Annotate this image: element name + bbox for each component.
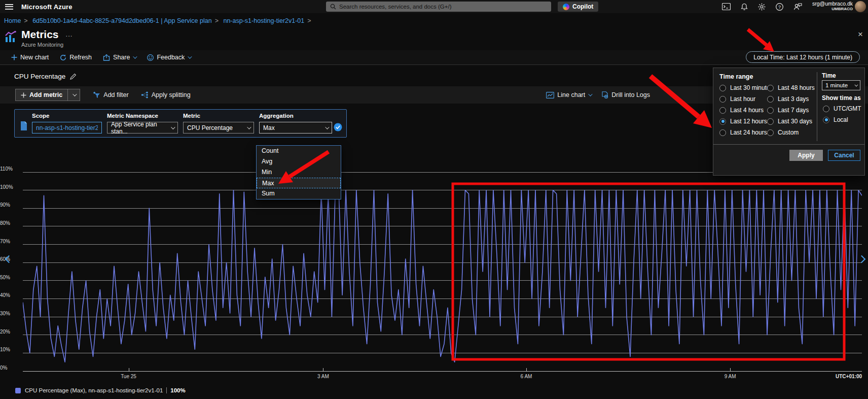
chevron-down-icon xyxy=(171,125,175,129)
apply-button[interactable]: Apply xyxy=(789,150,823,161)
cloud-shell-icon[interactable] xyxy=(722,3,731,10)
time-range-column-1: Last 30 minutesLast hourLast 4 hoursLast… xyxy=(719,82,773,138)
aggregation-label: Aggregation xyxy=(259,113,294,119)
refresh-icon xyxy=(60,54,66,61)
overflow-menu[interactable]: ... xyxy=(66,30,73,38)
namespace-select[interactable]: App Service plan stan... xyxy=(107,122,178,134)
metric-clause: Scope nn-asp-s1-hosting-tier2v1... Metri… xyxy=(14,109,347,138)
time-range-option-last-hour[interactable]: Last hour xyxy=(719,93,773,105)
refresh-button[interactable]: Refresh xyxy=(60,54,92,61)
time-range-title: Time range xyxy=(719,73,753,80)
time-range-panel: Time range Last 30 minutesLast hourLast … xyxy=(713,68,865,176)
x-axis-label-3-am: 3 AM xyxy=(317,374,329,379)
add-metric-dropdown[interactable] xyxy=(67,89,80,101)
radio-icon xyxy=(719,107,726,114)
help-icon[interactable]: ? xyxy=(776,3,783,11)
show-time-as-label: Show time as xyxy=(822,94,861,102)
x-axis-label-tue-25: Tue 25 xyxy=(121,374,136,379)
copilot-button[interactable]: Copilot xyxy=(558,2,598,12)
time-range-option-last-30-days[interactable]: Last 30 days xyxy=(767,116,815,127)
search-icon xyxy=(330,4,336,10)
radio-icon xyxy=(719,118,726,125)
y-axis-label-40: 40% xyxy=(0,292,20,298)
chevron-down-icon xyxy=(854,83,858,86)
check-icon xyxy=(334,123,342,131)
namespace-label: Metric Namespace xyxy=(107,113,158,119)
edit-icon[interactable] xyxy=(69,73,77,80)
chart-plot: 0%10%20%30%40%50%60%70%80%90%100%110%Tue… xyxy=(23,170,862,371)
avatar[interactable] xyxy=(855,1,866,12)
legend-swatch xyxy=(15,388,21,393)
copilot-icon xyxy=(563,4,569,10)
radio-icon xyxy=(719,85,726,91)
y-axis-label-90: 90% xyxy=(0,202,20,208)
radio-icon xyxy=(767,118,774,125)
copilot-label: Copilot xyxy=(572,3,593,10)
smiley-icon xyxy=(147,54,154,61)
time-range-option-last-3-days[interactable]: Last 3 days xyxy=(767,93,815,105)
scope-icon xyxy=(20,121,28,131)
time-range-option-last-12-hours[interactable]: Last 12 hours xyxy=(719,116,773,127)
add-filter-button[interactable]: Add filter xyxy=(92,91,128,98)
aggregation-option-max[interactable]: Max xyxy=(257,178,341,188)
account-info[interactable]: srg@umbraco.dk UMBRACO xyxy=(812,1,853,11)
drill-into-logs-button[interactable]: Drill into Logs xyxy=(601,91,650,98)
breadcrumb-app-service-plan[interactable]: 6d5b10b0-1a4d-4abc-8825-a794d2dbed06-1 |… xyxy=(32,17,212,24)
time-range-option-last-4-hours[interactable]: Last 4 hours xyxy=(719,105,773,116)
chart-legend[interactable]: CPU Percentage (Max), nn-asp-s1-hosting-… xyxy=(15,387,186,393)
close-icon[interactable]: × xyxy=(858,29,863,40)
azure-brand: Microsoft Azure xyxy=(21,3,73,11)
share-icon xyxy=(103,54,110,61)
x-axis-label-6-am: 6 AM xyxy=(521,374,532,379)
time-range-option-last-7-days[interactable]: Last 7 days xyxy=(767,105,815,116)
top-bar: Microsoft Azure Search resources, servic… xyxy=(0,0,868,13)
aggregation-select[interactable]: Max xyxy=(259,122,332,134)
chart-title: CPU Percentage xyxy=(14,73,65,80)
time-range-column-2: Last 48 hoursLast 3 daysLast 7 daysLast … xyxy=(767,82,815,138)
y-axis-label-110: 110% xyxy=(0,166,20,172)
breadcrumb: Home> 6d5b10b0-1a4d-4abc-8825-a794d2dbed… xyxy=(4,17,314,24)
granularity-select[interactable]: 1 minute xyxy=(822,80,860,90)
aggregation-option-avg[interactable]: Avg xyxy=(257,156,341,167)
aggregation-option-min[interactable]: Min xyxy=(257,167,341,178)
share-button[interactable]: Share xyxy=(103,54,136,61)
command-bar: New chart Refresh Share Feedback Local T… xyxy=(0,50,868,65)
radio-icon xyxy=(767,107,774,114)
feedback-button[interactable]: Feedback xyxy=(147,54,191,61)
show-time-option-utc-gmt[interactable]: UTC/GMT xyxy=(823,103,861,114)
feedback-person-icon[interactable] xyxy=(793,3,802,10)
cpu-percentage-line-series xyxy=(23,170,862,371)
aggregation-option-count[interactable]: Count xyxy=(257,146,341,156)
time-range-option-last-24-hours[interactable]: Last 24 hours xyxy=(719,127,773,138)
search-input[interactable]: Search resources, services, and docs (G+… xyxy=(326,2,551,12)
cancel-button[interactable]: Cancel xyxy=(828,150,860,161)
aggregation-option-sum[interactable]: Sum xyxy=(257,188,341,199)
radio-icon xyxy=(719,96,726,103)
breadcrumb-home[interactable]: Home xyxy=(4,17,21,24)
metrics-page-icon xyxy=(4,30,17,44)
time-range-pill[interactable]: Local Time: Last 12 hours (1 minute) xyxy=(746,51,860,63)
breadcrumb-resource[interactable]: nn-asp-s1-hosting-tier2v1-01 xyxy=(223,17,304,24)
radio-icon xyxy=(823,106,829,112)
settings-icon[interactable] xyxy=(758,3,766,11)
chart-type-selector[interactable]: Line chart xyxy=(546,91,591,98)
time-range-option-custom[interactable]: Custom xyxy=(767,127,815,138)
account-email: srg@umbraco.dk xyxy=(812,1,853,7)
menu-icon[interactable] xyxy=(5,4,13,10)
radio-icon xyxy=(823,117,829,123)
apply-splitting-button[interactable]: Apply splitting xyxy=(141,91,191,98)
add-metric-button[interactable]: Add metric xyxy=(15,89,80,101)
notifications-icon[interactable] xyxy=(741,3,748,11)
radio-icon xyxy=(767,85,774,91)
metric-select[interactable]: CPU Percentage xyxy=(183,122,254,134)
y-axis-label-10: 10% xyxy=(0,347,20,352)
new-chart-button[interactable]: New chart xyxy=(11,54,49,61)
page-header: Metrics ... Azure Monitoring xyxy=(4,28,73,48)
chevron-down-icon xyxy=(247,125,251,129)
chevron-down-icon xyxy=(588,92,592,96)
show-time-option-local[interactable]: Local xyxy=(823,114,861,125)
scope-input[interactable]: nn-asp-s1-hosting-tier2v1... xyxy=(32,122,102,134)
time-range-option-last-48-hours[interactable]: Last 48 hours xyxy=(767,82,815,93)
time-range-option-last-30-minutes[interactable]: Last 30 minutes xyxy=(719,82,773,93)
radio-icon xyxy=(767,129,774,136)
